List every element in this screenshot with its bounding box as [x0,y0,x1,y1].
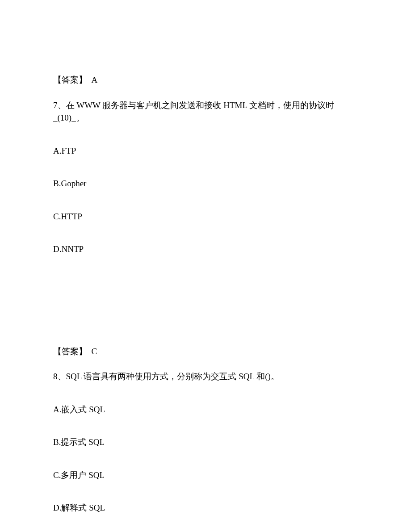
answer-block-7: 【答案】 C [53,345,360,358]
answer-value: C [92,347,97,356]
question-7-stem: 7、在 WWW 服务器与客户机之间发送和接收 HTML 文档时，使用的协议时_(… [53,99,360,125]
question-8-option-c: C.多用户 SQL [53,469,360,482]
question-7-option-a: A.FTP [53,145,360,158]
question-7-option-b: B.Gopher [53,177,360,190]
answer-label: 【答案】 [53,75,87,84]
question-7-option-d: D.NNTP [53,243,360,256]
answer-label: 【答案】 [53,347,87,356]
answer-value: A [92,75,98,84]
spacer [53,276,360,345]
question-8-stem: 8、SQL 语言具有两种使用方式，分别称为交互式 SQL 和()。 [53,370,360,383]
question-8-option-a: A.嵌入式 SQL [53,403,360,416]
question-8-option-b: B.提示式 SQL [53,436,360,449]
document-page: 【答案】 A 7、在 WWW 服务器与客户机之间发送和接收 HTML 文档时，使… [0,0,411,515]
question-7-option-c: C.HTTP [53,210,360,223]
answer-block-6: 【答案】 A [53,74,360,87]
question-8-option-d: D.解释式 SQL [53,502,360,515]
